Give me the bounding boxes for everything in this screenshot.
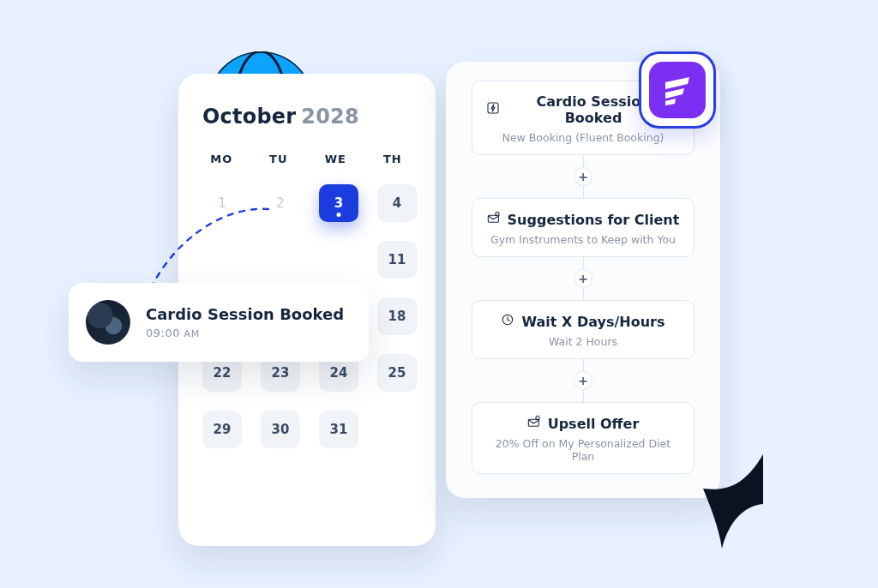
calendar-cell[interactable]: 3 — [319, 184, 358, 222]
calendar-cell[interactable]: 29 — [202, 411, 242, 448]
mail-icon — [487, 211, 501, 228]
mail-icon — [527, 415, 541, 432]
flow-step-subtitle: Gym Instruments to Keep with You — [486, 233, 680, 246]
calendar-cell[interactable]: 4 — [377, 184, 417, 222]
brand-badge — [639, 51, 716, 129]
dow-th: TH — [374, 153, 412, 165]
clock-icon — [501, 313, 514, 330]
add-step-button[interactable]: + — [574, 371, 592, 390]
calendar-day-headers: MO TU WE TH — [202, 153, 412, 165]
event-avatar — [86, 300, 130, 345]
calendar-cell[interactable]: 30 — [261, 411, 300, 448]
calendar-cell[interactable]: 1 — [202, 184, 242, 222]
flow-connector: + — [472, 257, 695, 300]
flow-step[interactable]: Suggestions for ClientGym Instruments to… — [472, 198, 695, 257]
flow-connector: + — [472, 359, 695, 402]
flow-step-subtitle: New Booking (Fluent Booking) — [486, 131, 680, 144]
flow-step-subtitle: Wait 2 Hours — [486, 335, 680, 348]
add-step-button[interactable]: + — [574, 269, 592, 288]
bolt-icon — [486, 101, 500, 118]
dow-mo: MO — [202, 153, 241, 165]
calendar-month: October — [202, 105, 296, 129]
dow-we: WE — [316, 153, 355, 165]
calendar-cell[interactable]: 25 — [377, 354, 417, 392]
flow-step[interactable]: Upsell Offer20% Off on My Personalized D… — [472, 402, 695, 474]
svg-rect-5 — [488, 103, 498, 113]
flow-step-title: Upsell Offer — [527, 415, 640, 432]
calendar-cell[interactable]: 11 — [377, 241, 417, 279]
calendar-cell[interactable]: 31 — [319, 411, 358, 448]
event-popup[interactable]: Cardio Session Booked 09:00 AM — [69, 283, 369, 362]
flow-step-subtitle: 20% Off on My Personalized Diet Plan — [486, 437, 680, 463]
dow-tu: TU — [260, 153, 298, 165]
calendar-cell[interactable]: 18 — [377, 297, 417, 335]
event-title: Cardio Session Booked — [146, 305, 344, 323]
add-step-button[interactable]: + — [574, 167, 592, 186]
flow-step[interactable]: Wait X Days/HoursWait 2 Hours — [472, 300, 695, 359]
flow-step-title: Suggestions for Client — [487, 211, 680, 228]
calendar-title: October2028 — [202, 105, 412, 129]
flow-step-title: Wait X Days/Hours — [501, 313, 665, 330]
calendar-cell[interactable]: 2 — [261, 184, 300, 222]
fluent-brand-icon — [660, 73, 695, 107]
calendar-year: 2028 — [301, 105, 359, 129]
event-body: Cardio Session Booked 09:00 AM — [146, 305, 344, 339]
flow-connector: + — [472, 155, 695, 198]
brand-badge-inner — [649, 62, 706, 118]
event-time: 09:00 AM — [146, 327, 344, 339]
